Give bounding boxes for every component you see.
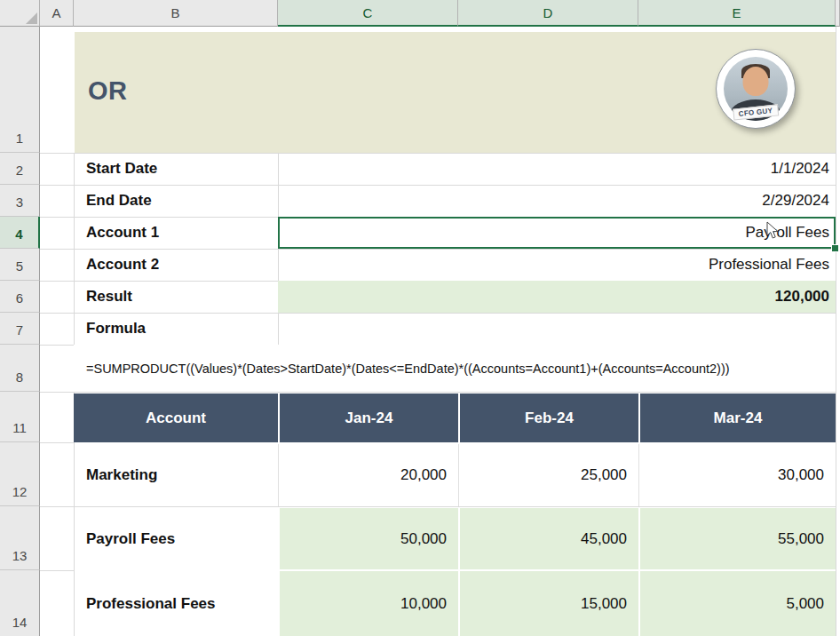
row-header-2[interactable]: 2: [0, 153, 40, 185]
avatar: CFO GUY: [716, 49, 796, 129]
cell-end-date-label[interactable]: End Date: [74, 185, 278, 217]
fill-handle[interactable]: [831, 244, 839, 252]
excel-spreadsheet: A B C D E 1 2 3 4 5 6 7 8 11 12 13 14: [0, 0, 840, 636]
row-header-4[interactable]: 4: [0, 217, 40, 249]
cell-account2-label[interactable]: Account 2: [74, 249, 278, 281]
table-header-account[interactable]: Account: [74, 394, 278, 442]
table-cell-value[interactable]: 30,000: [638, 444, 836, 506]
gridline: [40, 570, 74, 571]
column-header-e[interactable]: E: [638, 0, 836, 27]
table-cell-account[interactable]: Professional Fees: [74, 571, 278, 636]
table-cell-value[interactable]: 20,000: [278, 444, 458, 506]
cell-result-label[interactable]: Result: [74, 281, 278, 313]
column-header-f-partial[interactable]: [836, 0, 840, 27]
table-header-feb[interactable]: Feb-24: [458, 394, 638, 442]
row-header-3[interactable]: 3: [0, 185, 40, 217]
row-header-5[interactable]: 5: [0, 249, 40, 281]
cell-account2-value[interactable]: Professional Fees: [278, 249, 836, 281]
column-header-c[interactable]: C: [278, 0, 458, 27]
column-header-a[interactable]: A: [40, 0, 74, 27]
table-cell-value[interactable]: 55,000: [638, 508, 836, 569]
table-cell-account[interactable]: Marketing: [74, 444, 278, 506]
active-cell-selection-border: [278, 217, 836, 249]
table-cell-value[interactable]: 45,000: [458, 508, 638, 569]
cell-formula-label[interactable]: Formula: [74, 313, 278, 345]
table-cell-value[interactable]: 50,000: [278, 508, 458, 569]
table-cell-value[interactable]: 10,000: [278, 571, 458, 636]
table-header-mar[interactable]: Mar-24: [638, 394, 836, 442]
column-header-b[interactable]: B: [74, 0, 278, 27]
gridline: [40, 506, 836, 507]
table-row: Marketing 20,000 25,000 30,000: [74, 444, 836, 506]
table-header-jan[interactable]: Jan-24: [278, 394, 458, 442]
table-header-row: Account Jan-24 Feb-24 Mar-24: [74, 394, 836, 442]
row-header-6[interactable]: 6: [0, 281, 40, 313]
table-cell-account[interactable]: Payroll Fees: [74, 508, 278, 569]
row-header-8[interactable]: 8: [0, 345, 40, 392]
cell-start-date-label[interactable]: Start Date: [74, 153, 278, 185]
avatar-face: [743, 67, 769, 96]
sheet-title: OR: [88, 76, 128, 106]
column-header-row: A B C D E: [0, 0, 840, 27]
table-cell-value[interactable]: 15,000: [458, 571, 638, 636]
cell-formula-text[interactable]: =SUMPRODUCT((Values)*(Dates>StartDate)*(…: [74, 345, 836, 392]
mouse-cursor-icon: [766, 221, 780, 243]
column-header-d[interactable]: D: [458, 0, 638, 27]
select-all-triangle-icon: [26, 12, 37, 24]
row-header-11[interactable]: 11: [0, 392, 40, 442]
row-header-12[interactable]: 12: [0, 442, 40, 506]
row-header-1[interactable]: 1: [0, 27, 40, 153]
row-header-7[interactable]: 7: [0, 313, 40, 345]
gridline: [40, 392, 836, 393]
select-all-corner[interactable]: [0, 0, 40, 27]
gridline: [40, 442, 74, 443]
row-header-14[interactable]: 14: [0, 570, 40, 636]
table-row: Professional Fees 10,000 15,000 5,000: [74, 571, 836, 636]
cell-account1-label[interactable]: Account 1: [74, 217, 278, 249]
table-row: Payroll Fees 50,000 45,000 55,000: [74, 508, 836, 569]
gridline: [836, 27, 836, 636]
cell-result-value[interactable]: 120,000: [278, 281, 836, 313]
table-cell-value[interactable]: 25,000: [458, 444, 638, 506]
cell-end-date-value[interactable]: 2/29/2024: [278, 185, 836, 217]
row-header-column: 1 2 3 4 5 6 7 8 11 12 13 14: [0, 27, 40, 636]
cell-start-date-value[interactable]: 1/1/2024: [278, 153, 836, 185]
row-header-13[interactable]: 13: [0, 506, 40, 570]
table-cell-value[interactable]: 5,000: [638, 571, 836, 636]
